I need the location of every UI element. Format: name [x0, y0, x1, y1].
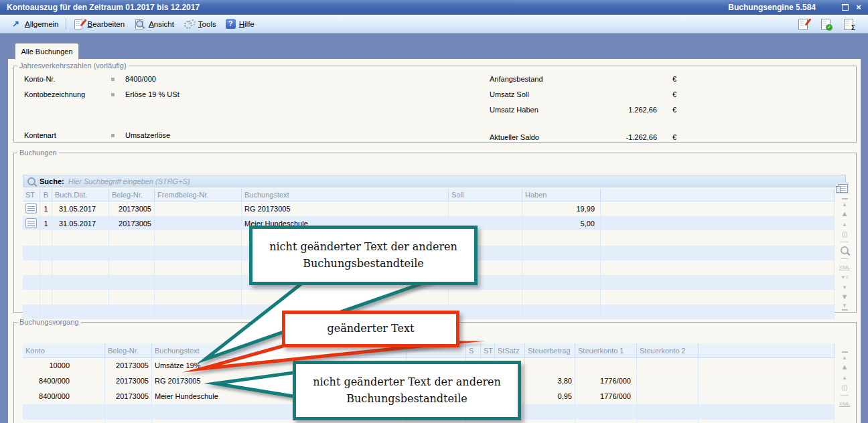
cell-belegnr: 20173005 [105, 373, 152, 388]
field-value: Umsatzerlöse [125, 131, 170, 139]
col-header-filler [601, 189, 835, 201]
brackets-icon[interactable] [836, 384, 853, 391]
columns-icon[interactable] [836, 182, 849, 194]
col-header[interactable]: Beleg-Nr. [105, 343, 152, 357]
callout-changed-text: geänderter Text [282, 311, 459, 347]
menubar: ↗ Allgemein Bearbeiten Ansicht Tools Hil… [0, 15, 868, 33]
close-icon[interactable] [853, 2, 864, 11]
field-label: Konto-Nr. [24, 75, 55, 83]
menu-hilfe[interactable]: Hilfe [221, 17, 259, 30]
cell-haben: 19,99 [522, 201, 601, 216]
field-label: Aktueller Saldo [490, 133, 539, 141]
prev-icon[interactable] [836, 220, 853, 228]
col-header[interactable]: Steuerkonto 1 [575, 343, 637, 357]
cell-belegnr: 20173005 [105, 389, 152, 404]
col-header[interactable]: Steuerkonto 2 [637, 343, 699, 357]
divider [841, 258, 849, 259]
cell-belegnr: 20173005 [109, 201, 155, 216]
section-legend: Buchungen [17, 149, 59, 157]
document-sum-icon[interactable] [843, 18, 855, 30]
col-header[interactable]: StSatz [495, 343, 525, 357]
col-header[interactable]: Fremdbeleg-Nr. [155, 189, 242, 201]
menu-bearbeiten[interactable]: Bearbeiten [68, 17, 130, 31]
cell-konto: 8400/000 [23, 389, 105, 404]
titlebar: Kontoauszug für den Zeitraum 01.2017 bis… [0, 0, 868, 15]
col-header[interactable]: ST [23, 189, 40, 201]
cell-konto: 10000 [23, 358, 105, 373]
col-header[interactable]: Steuerbetrag [525, 343, 575, 357]
scroll-top-icon[interactable] [836, 351, 853, 361]
currency-label: € [672, 133, 676, 141]
col-header[interactable]: B [40, 189, 52, 201]
search-icon [27, 177, 35, 185]
col-header[interactable]: Beleg-Nr. [109, 189, 155, 201]
bullet-icon [111, 134, 115, 137]
empty-row [23, 290, 835, 305]
scroll-top-icon[interactable] [836, 198, 853, 207]
menu-tools[interactable]: Tools [179, 17, 221, 31]
gears-icon [184, 19, 195, 29]
details-icon[interactable] [25, 218, 37, 228]
col-header-filler [699, 343, 835, 357]
col-header[interactable]: Buch.Dat. [52, 189, 109, 201]
cell-steuerkonto2 [637, 373, 699, 388]
brackets-icon[interactable] [836, 230, 853, 238]
cell-steuerbetrag [525, 358, 575, 373]
details-icon[interactable] [25, 203, 37, 214]
field-label: Kontobezeichnung [24, 90, 85, 98]
cell-fremdbeleg [155, 201, 242, 216]
prev-icon[interactable] [836, 373, 853, 381]
scroll-bottom-icon[interactable] [836, 303, 853, 311]
menu-ansicht[interactable]: Ansicht [129, 17, 179, 31]
move-up-icon[interactable] [836, 210, 853, 218]
cell-buchungstext: RG 20173005 [242, 201, 449, 216]
cell-steuerkonto2 [637, 389, 699, 404]
field-value: 8400/000 [125, 75, 156, 83]
tab-alle-buchungen[interactable]: Alle Buchungen [15, 43, 79, 60]
restore-icon[interactable] [840, 3, 851, 12]
col-header[interactable]: Haben [522, 189, 601, 201]
table-row[interactable]: 1 31.05.2017 20173005 RG 20173005 19,99 [23, 201, 835, 216]
cell-soll [449, 201, 522, 216]
cell-b: 1 [40, 201, 52, 216]
col-header[interactable]: Konto [23, 343, 105, 357]
cell-steuerbetrag: 0,95 [525, 389, 575, 404]
filter-icon[interactable] [836, 273, 853, 280]
cell-steuerbetrag: 3,80 [525, 373, 575, 388]
document-edit-icon[interactable] [797, 18, 809, 30]
buchungsvorgang-nav-toolbar [836, 351, 853, 407]
divider [841, 242, 849, 242]
next-icon[interactable] [836, 283, 853, 290]
col-header[interactable]: S [466, 343, 481, 357]
move-down-icon[interactable] [836, 293, 853, 301]
cell-steuerkonto2 [637, 358, 699, 373]
edit-document-icon [73, 19, 84, 29]
col-header[interactable]: Soll [449, 189, 522, 201]
buchungen-nav-toolbar [836, 198, 853, 311]
search-icon[interactable] [841, 246, 849, 254]
menu-separator [66, 18, 66, 29]
app-name: Buchungsengine 5.584 [728, 3, 816, 12]
xml-icon[interactable] [836, 400, 853, 407]
search-input[interactable]: Suche: Hier Suchbegriff eingeben (STRG+S… [23, 175, 846, 187]
field-label: Umsatz Soll [490, 90, 529, 98]
cell-fremdbeleg [155, 216, 242, 230]
arrow-up-right-icon: ↗ [10, 19, 21, 29]
xml-icon[interactable] [836, 263, 853, 270]
menu-allgemein[interactable]: ↗ Allgemein [5, 17, 64, 31]
cell-haben: 5,00 [522, 216, 601, 230]
move-up-icon[interactable] [836, 363, 853, 371]
field-label: Umsatz Haben [490, 106, 538, 114]
help-icon [226, 19, 236, 29]
cell-belegnr: 20173005 [109, 216, 155, 230]
window-title: Kontoauszug für den Zeitraum 01.2017 bis… [7, 3, 200, 12]
table-header-row: ST B Buch.Dat. Beleg-Nr. Fremdbeleg-Nr. … [23, 189, 835, 201]
magnifier-document-icon [134, 19, 145, 29]
search-label: Suche: [40, 177, 64, 185]
callout-unchanged-text-top: nicht geänderter Text der anderen Buchun… [249, 226, 478, 285]
document-check-icon[interactable] [820, 18, 832, 30]
col-header[interactable]: ST [481, 343, 495, 357]
field-value: 1.262,66 [570, 106, 657, 114]
section-legend: Jahresverkehrszahlen (vorläufig) [17, 62, 129, 70]
col-header[interactable]: Buchungstext [242, 189, 449, 201]
